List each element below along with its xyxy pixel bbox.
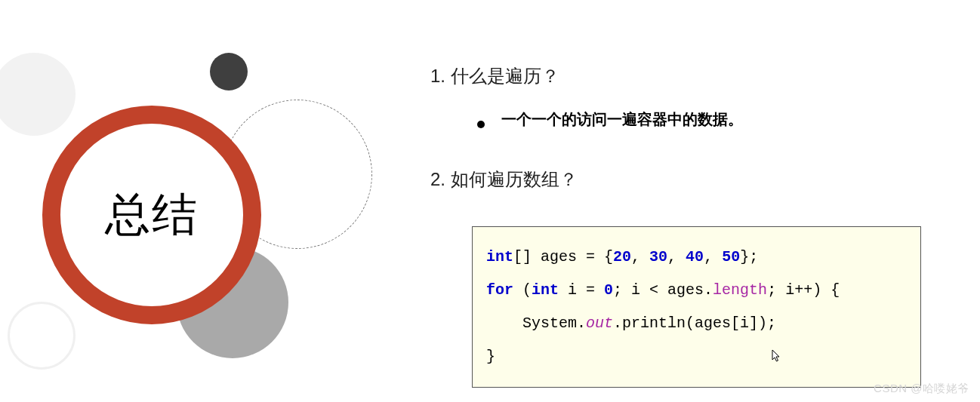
code-text: .println(ages[i]); xyxy=(613,315,776,332)
mouse-cursor-icon xyxy=(772,349,782,366)
bullet-dot-icon xyxy=(477,121,485,128)
watermark: CSDN @哈喽姥爷 xyxy=(874,382,969,396)
code-number: 30 xyxy=(649,248,667,265)
question-1-bullet: 一个一个的访问一遍容器中的数据。 xyxy=(477,109,929,130)
code-keyword-int: int xyxy=(532,281,559,299)
code-text: , xyxy=(704,248,722,265)
code-text: System. xyxy=(486,315,586,332)
title-text: 总结 xyxy=(105,185,199,246)
bg-circle-outline-bottom xyxy=(8,302,76,370)
code-text: , xyxy=(667,248,686,265)
code-number: 20 xyxy=(613,248,631,265)
code-example: int[] ages = {20, 30, 40, 50}; for (int … xyxy=(472,226,921,388)
code-keyword-for: for xyxy=(486,281,522,299)
bg-circle-dark-small xyxy=(210,53,248,91)
code-field-out: out xyxy=(586,315,613,332)
code-text: i = xyxy=(559,281,604,299)
question-1-answer: 一个一个的访问一遍容器中的数据。 xyxy=(501,109,743,130)
code-field-length: length xyxy=(713,281,767,299)
code-text: } xyxy=(486,348,495,365)
code-number: 40 xyxy=(686,248,704,265)
bg-circle-light-top xyxy=(0,53,76,136)
title-circle: 总结 xyxy=(42,106,261,324)
code-keyword-int: int xyxy=(486,248,513,265)
question-1-heading: 1. 什么是遍历？ xyxy=(430,64,929,88)
code-number: 0 xyxy=(604,281,613,299)
code-text: ( xyxy=(522,281,532,299)
code-text: [] ages = { xyxy=(513,248,613,265)
code-text: ; i++) { xyxy=(767,281,840,299)
code-text: , xyxy=(631,248,649,265)
code-number: 50 xyxy=(722,248,740,265)
code-text: ; i < ages. xyxy=(613,281,713,299)
code-text: }; xyxy=(740,248,758,265)
question-2-heading: 2. 如何遍历数组？ xyxy=(430,167,929,192)
